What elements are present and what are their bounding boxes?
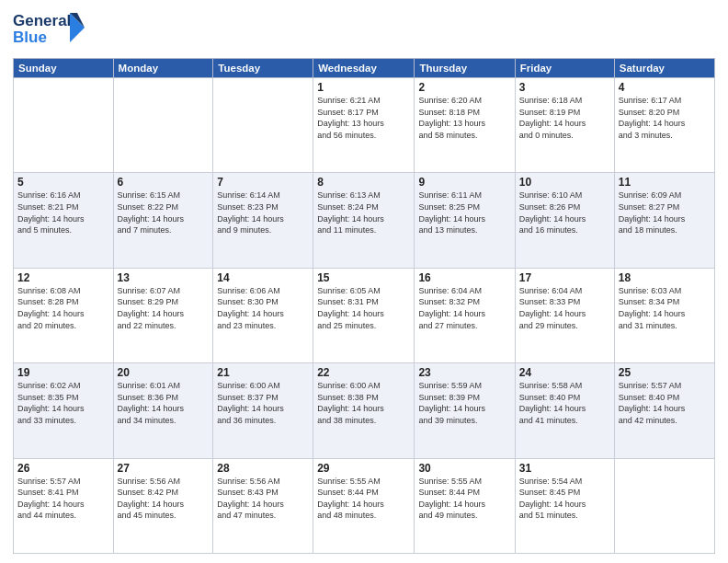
header: GeneralBlue <box>13 9 715 51</box>
day-info: Sunrise: 6:05 AM Sunset: 8:31 PM Dayligh… <box>317 285 410 331</box>
calendar-day-cell: 27Sunrise: 5:56 AM Sunset: 8:42 PM Dayli… <box>113 458 213 553</box>
day-number: 6 <box>118 176 210 189</box>
day-info: Sunrise: 6:03 AM Sunset: 8:34 PM Dayligh… <box>619 285 711 331</box>
calendar-empty-cell <box>14 78 114 173</box>
day-info: Sunrise: 6:13 AM Sunset: 8:24 PM Dayligh… <box>317 190 410 236</box>
day-info: Sunrise: 6:04 AM Sunset: 8:33 PM Dayligh… <box>519 285 610 331</box>
day-info: Sunrise: 6:07 AM Sunset: 8:29 PM Dayligh… <box>118 285 210 331</box>
day-number: 24 <box>519 366 610 379</box>
day-number: 4 <box>619 81 711 94</box>
day-number: 17 <box>519 271 610 284</box>
day-number: 28 <box>217 462 309 475</box>
day-number: 5 <box>17 176 109 189</box>
day-number: 11 <box>619 176 711 189</box>
calendar-day-header: Monday <box>113 59 213 78</box>
calendar-day-cell: 10Sunrise: 6:10 AM Sunset: 8:26 PM Dayli… <box>515 173 614 268</box>
calendar-header-row: SundayMondayTuesdayWednesdayThursdayFrid… <box>14 59 715 78</box>
calendar-day-cell: 9Sunrise: 6:11 AM Sunset: 8:25 PM Daylig… <box>415 173 515 268</box>
calendar-week-row: 5Sunrise: 6:16 AM Sunset: 8:21 PM Daylig… <box>14 173 715 268</box>
day-info: Sunrise: 6:14 AM Sunset: 8:23 PM Dayligh… <box>217 190 309 236</box>
calendar-table: SundayMondayTuesdayWednesdayThursdayFrid… <box>13 58 715 554</box>
day-number: 16 <box>418 271 510 284</box>
calendar-day-cell: 26Sunrise: 5:57 AM Sunset: 8:41 PM Dayli… <box>14 458 114 553</box>
calendar-day-cell: 15Sunrise: 6:05 AM Sunset: 8:31 PM Dayli… <box>313 268 415 362</box>
day-info: Sunrise: 6:00 AM Sunset: 8:37 PM Dayligh… <box>217 380 309 426</box>
day-number: 3 <box>519 81 610 94</box>
svg-text:Blue: Blue <box>13 29 47 46</box>
day-info: Sunrise: 5:55 AM Sunset: 8:44 PM Dayligh… <box>317 476 410 522</box>
calendar-empty-cell <box>614 458 714 553</box>
day-info: Sunrise: 6:04 AM Sunset: 8:32 PM Dayligh… <box>418 285 510 331</box>
day-info: Sunrise: 5:54 AM Sunset: 8:45 PM Dayligh… <box>519 476 610 522</box>
logo: GeneralBlue <box>13 9 86 51</box>
day-info: Sunrise: 6:21 AM Sunset: 8:17 PM Dayligh… <box>317 95 410 141</box>
calendar-week-row: 1Sunrise: 6:21 AM Sunset: 8:17 PM Daylig… <box>14 78 715 173</box>
day-info: Sunrise: 6:16 AM Sunset: 8:21 PM Dayligh… <box>17 190 109 236</box>
day-number: 1 <box>317 81 410 94</box>
day-info: Sunrise: 5:56 AM Sunset: 8:43 PM Dayligh… <box>217 476 309 522</box>
day-number: 12 <box>17 271 109 284</box>
calendar-day-cell: 22Sunrise: 6:00 AM Sunset: 8:38 PM Dayli… <box>313 363 415 458</box>
calendar-day-header: Sunday <box>14 59 114 78</box>
calendar-day-header: Thursday <box>415 59 515 78</box>
day-number: 2 <box>418 81 510 94</box>
day-info: Sunrise: 5:56 AM Sunset: 8:42 PM Dayligh… <box>118 476 210 522</box>
calendar-day-cell: 24Sunrise: 5:58 AM Sunset: 8:40 PM Dayli… <box>515 363 614 458</box>
day-info: Sunrise: 6:01 AM Sunset: 8:36 PM Dayligh… <box>118 380 210 426</box>
day-number: 9 <box>418 176 510 189</box>
day-info: Sunrise: 6:17 AM Sunset: 8:20 PM Dayligh… <box>619 95 711 141</box>
day-info: Sunrise: 6:10 AM Sunset: 8:26 PM Dayligh… <box>519 190 610 236</box>
day-number: 10 <box>519 176 610 189</box>
day-number: 23 <box>418 366 510 379</box>
calendar-day-cell: 3Sunrise: 6:18 AM Sunset: 8:19 PM Daylig… <box>515 78 614 173</box>
day-info: Sunrise: 5:58 AM Sunset: 8:40 PM Dayligh… <box>519 380 610 426</box>
calendar-day-cell: 5Sunrise: 6:16 AM Sunset: 8:21 PM Daylig… <box>14 173 114 268</box>
calendar-day-header: Saturday <box>614 59 714 78</box>
svg-text:General: General <box>13 12 71 29</box>
calendar-day-header: Friday <box>515 59 614 78</box>
day-info: Sunrise: 6:11 AM Sunset: 8:25 PM Dayligh… <box>418 190 510 236</box>
day-info: Sunrise: 6:15 AM Sunset: 8:22 PM Dayligh… <box>118 190 210 236</box>
calendar-day-cell: 1Sunrise: 6:21 AM Sunset: 8:17 PM Daylig… <box>313 78 415 173</box>
calendar-day-cell: 8Sunrise: 6:13 AM Sunset: 8:24 PM Daylig… <box>313 173 415 268</box>
day-number: 22 <box>317 366 410 379</box>
calendar-day-cell: 12Sunrise: 6:08 AM Sunset: 8:28 PM Dayli… <box>14 268 114 362</box>
day-info: Sunrise: 6:18 AM Sunset: 8:19 PM Dayligh… <box>519 95 610 141</box>
calendar-day-cell: 2Sunrise: 6:20 AM Sunset: 8:18 PM Daylig… <box>415 78 515 173</box>
calendar-day-cell: 25Sunrise: 5:57 AM Sunset: 8:40 PM Dayli… <box>614 363 714 458</box>
day-number: 31 <box>519 462 610 475</box>
day-info: Sunrise: 6:02 AM Sunset: 8:35 PM Dayligh… <box>17 380 109 426</box>
day-number: 19 <box>17 366 109 379</box>
day-number: 29 <box>317 462 410 475</box>
day-number: 14 <box>217 271 309 284</box>
calendar-day-cell: 4Sunrise: 6:17 AM Sunset: 8:20 PM Daylig… <box>614 78 714 173</box>
calendar-day-cell: 11Sunrise: 6:09 AM Sunset: 8:27 PM Dayli… <box>614 173 714 268</box>
calendar-page: GeneralBlue SundayMondayTuesdayWednesday… <box>0 0 728 563</box>
calendar-day-cell: 23Sunrise: 5:59 AM Sunset: 8:39 PM Dayli… <box>415 363 515 458</box>
calendar-day-cell: 13Sunrise: 6:07 AM Sunset: 8:29 PM Dayli… <box>113 268 213 362</box>
calendar-day-cell: 16Sunrise: 6:04 AM Sunset: 8:32 PM Dayli… <box>415 268 515 362</box>
day-number: 7 <box>217 176 309 189</box>
day-info: Sunrise: 6:20 AM Sunset: 8:18 PM Dayligh… <box>418 95 510 141</box>
day-info: Sunrise: 6:08 AM Sunset: 8:28 PM Dayligh… <box>17 285 109 331</box>
day-number: 27 <box>118 462 210 475</box>
calendar-day-cell: 29Sunrise: 5:55 AM Sunset: 8:44 PM Dayli… <box>313 458 415 553</box>
calendar-day-header: Wednesday <box>313 59 415 78</box>
day-info: Sunrise: 5:57 AM Sunset: 8:40 PM Dayligh… <box>619 380 711 426</box>
day-info: Sunrise: 5:55 AM Sunset: 8:44 PM Dayligh… <box>418 476 510 522</box>
calendar-day-cell: 21Sunrise: 6:00 AM Sunset: 8:37 PM Dayli… <box>213 363 313 458</box>
day-number: 30 <box>418 462 510 475</box>
day-info: Sunrise: 5:57 AM Sunset: 8:41 PM Dayligh… <box>17 476 109 522</box>
day-number: 18 <box>619 271 711 284</box>
day-number: 25 <box>619 366 711 379</box>
day-number: 15 <box>317 271 410 284</box>
day-number: 26 <box>17 462 109 475</box>
day-info: Sunrise: 6:09 AM Sunset: 8:27 PM Dayligh… <box>619 190 711 236</box>
calendar-empty-cell <box>213 78 313 173</box>
calendar-week-row: 26Sunrise: 5:57 AM Sunset: 8:41 PM Dayli… <box>14 458 715 553</box>
day-number: 8 <box>317 176 410 189</box>
calendar-day-cell: 19Sunrise: 6:02 AM Sunset: 8:35 PM Dayli… <box>14 363 114 458</box>
calendar-week-row: 12Sunrise: 6:08 AM Sunset: 8:28 PM Dayli… <box>14 268 715 362</box>
day-info: Sunrise: 6:00 AM Sunset: 8:38 PM Dayligh… <box>317 380 410 426</box>
calendar-day-cell: 6Sunrise: 6:15 AM Sunset: 8:22 PM Daylig… <box>113 173 213 268</box>
